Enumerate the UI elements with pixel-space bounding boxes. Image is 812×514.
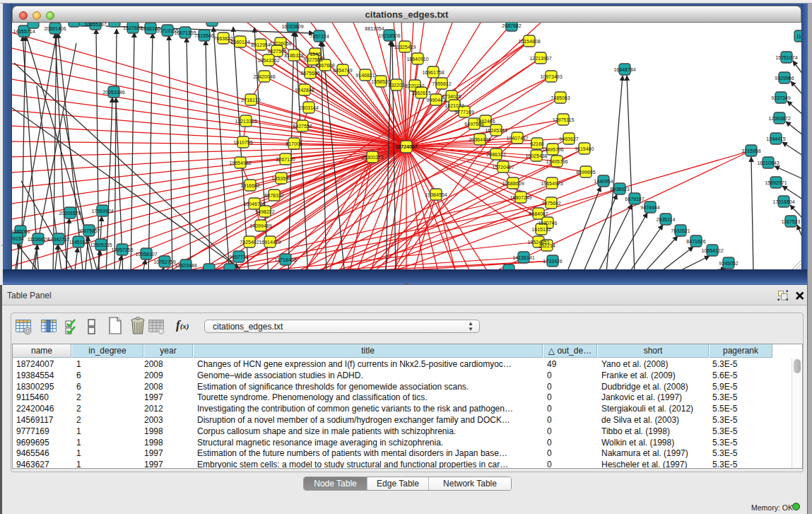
svg-text:19654982: 19654982	[229, 160, 251, 165]
svg-text:13716485: 13716485	[274, 257, 296, 262]
svg-text:10958107: 10958107	[135, 252, 157, 257]
svg-text:18724007: 18724007	[395, 144, 417, 149]
svg-text:111: 111	[796, 34, 801, 39]
svg-text:6734028: 6734028	[442, 94, 461, 99]
svg-text:12505135: 12505135	[90, 243, 112, 247]
svg-text:1733426: 1733426	[543, 259, 562, 264]
svg-text:8220137: 8220137	[405, 83, 424, 88]
svg-text:25300273: 25300273	[361, 155, 383, 160]
svg-text:18807249: 18807249	[510, 195, 531, 200]
svg-text:1615132: 1615132	[531, 227, 551, 232]
svg-text:8427552: 8427552	[293, 124, 312, 129]
svg-text:13226058: 13226058	[269, 41, 291, 46]
svg-text:9227349: 9227349	[771, 95, 790, 100]
svg-text:3267130: 3267130	[276, 157, 295, 162]
svg-text:10046708: 10046708	[243, 201, 265, 206]
svg-text:16648784: 16648784	[613, 67, 635, 72]
svg-text:20691406: 20691406	[44, 26, 66, 31]
svg-text:9684067: 9684067	[529, 211, 548, 216]
svg-text:8675685: 8675685	[300, 71, 319, 76]
svg-text:817006: 817006	[286, 141, 302, 146]
svg-text:14099489: 14099489	[249, 223, 271, 228]
svg-text:9463627: 9463627	[559, 136, 578, 141]
svg-text:10782759: 10782759	[153, 259, 175, 264]
svg-text:2687682: 2687682	[502, 23, 521, 28]
svg-text:10543362: 10543362	[257, 58, 279, 63]
svg-text:1621072: 1621072	[445, 103, 464, 108]
svg-text:9146821: 9146821	[355, 73, 375, 78]
svg-text:9327505: 9327505	[303, 57, 322, 62]
svg-text:2803144: 2803144	[299, 105, 318, 110]
svg-text:1244415: 1244415	[766, 136, 785, 141]
svg-text:1120746: 1120746	[539, 221, 558, 226]
svg-text:9242848: 9242848	[295, 88, 314, 93]
svg-text:832203: 832203	[388, 83, 404, 88]
svg-text:7857224: 7857224	[310, 34, 329, 39]
svg-text:8186328: 8186328	[284, 53, 303, 58]
svg-text:16245344: 16245344	[485, 128, 507, 133]
svg-text:10654122: 10654122	[701, 248, 723, 253]
svg-text:16154808: 16154808	[518, 39, 540, 44]
svg-text:7975692: 7975692	[541, 201, 560, 206]
svg-text:7955812: 7955812	[432, 81, 451, 86]
svg-text:14055714: 14055714	[13, 29, 35, 34]
svg-text:16914479: 16914479	[259, 240, 281, 245]
svg-text:7625402: 7625402	[240, 240, 259, 245]
svg-text:10655287: 10655287	[84, 23, 106, 27]
svg-text:3215958: 3215958	[741, 148, 760, 153]
svg-text:8878332: 8878332	[264, 193, 283, 198]
svg-text:9115460: 9115460	[575, 146, 594, 151]
svg-text:20206578: 20206578	[59, 211, 81, 216]
svg-text:1167533: 1167533	[782, 219, 801, 224]
svg-text:22420046: 22420046	[253, 74, 275, 79]
svg-text:1353594: 1353594	[271, 176, 290, 181]
svg-text:10688609: 10688609	[502, 181, 524, 186]
svg-text:13495796: 13495796	[541, 147, 563, 152]
svg-text:20364436: 20364436	[469, 137, 490, 142]
svg-text:18640910: 18640910	[406, 57, 428, 62]
svg-text:12975115: 12975115	[553, 117, 575, 122]
svg-text:12213303: 12213303	[235, 119, 257, 124]
svg-text:20053346: 20053346	[102, 90, 124, 95]
svg-text:10407487: 10407487	[506, 136, 528, 141]
svg-text:8813054: 8813054	[365, 26, 384, 31]
svg-text:6497508: 6497508	[464, 122, 483, 127]
svg-text:17957255: 17957255	[111, 247, 133, 252]
svg-text:252214: 252214	[539, 243, 555, 248]
svg-text:10025438: 10025438	[525, 153, 547, 158]
svg-text:11156829: 11156829	[28, 237, 49, 242]
svg-text:1440954: 1440954	[594, 179, 613, 184]
svg-text:90975857: 90975857	[78, 228, 100, 233]
svg-text:39154: 39154	[12, 236, 24, 241]
svg-text:1916682: 1916682	[240, 183, 259, 188]
svg-text:9777169: 9777169	[454, 110, 473, 115]
svg-text:2935114: 2935114	[657, 217, 676, 222]
svg-text:1546: 1546	[310, 52, 321, 57]
svg-text:17359924: 17359924	[91, 209, 113, 214]
svg-text:12093872: 12093872	[768, 116, 790, 121]
svg-text:62160: 62160	[530, 141, 544, 146]
svg-text:12823448: 12823448	[175, 263, 196, 268]
svg-text:7485063: 7485063	[551, 95, 570, 100]
svg-text:9474444: 9474444	[640, 205, 659, 210]
svg-text:7515546: 7515546	[194, 33, 213, 38]
svg-text:12342737: 12342737	[47, 237, 69, 242]
svg-text:10973493: 10973493	[540, 74, 562, 79]
svg-text:2718170: 2718170	[241, 98, 260, 103]
svg-text:8454749: 8454749	[333, 68, 352, 73]
svg-text:8699695: 8699695	[576, 170, 595, 175]
svg-text:9329966: 9329966	[775, 76, 794, 81]
svg-text:1145194: 1145194	[69, 240, 88, 245]
svg-text:17016504: 17016504	[772, 199, 794, 204]
svg-text:14136141: 14136141	[512, 255, 534, 260]
svg-text:15751074: 15751074	[775, 55, 797, 60]
svg-text:7632621: 7632621	[671, 228, 690, 233]
svg-text:11325419: 11325419	[394, 45, 416, 49]
svg-text:9385061: 9385061	[12, 229, 30, 234]
svg-text:2986322: 2986322	[486, 152, 505, 157]
svg-text:16671355: 16671355	[174, 30, 196, 35]
svg-text:1610755: 1610755	[233, 140, 252, 145]
svg-text:8912954: 8912954	[251, 42, 270, 47]
svg-text:19384554: 19384554	[425, 192, 447, 197]
svg-text:19654923: 19654923	[541, 181, 563, 186]
